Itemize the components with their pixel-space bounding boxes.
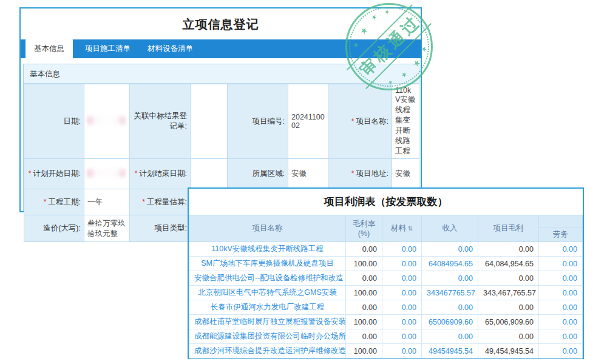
duration-label: *工程工期: xyxy=(24,189,84,215)
income-cell[interactable]: 64084954.65 xyxy=(422,257,478,271)
project-link[interactable]: 成都能源建设集团投资有限公司临时办公场所装修改 xyxy=(189,329,346,344)
labor-cell[interactable]: 0.00 xyxy=(539,271,583,286)
col-header-labor: 劳务 xyxy=(539,228,583,242)
labor-cell[interactable]: 0.00 xyxy=(539,329,583,344)
table-row: SM广场地下车库更换摄像机及硬盘项目 100.00 0.00 64084954.… xyxy=(189,257,583,271)
section-title: 基本信息 xyxy=(24,64,419,84)
project-link[interactable]: 安徽合肥供电公司--配电设备检修维护和改造 xyxy=(189,271,346,286)
labor-cell[interactable]: 0.00 xyxy=(539,242,583,257)
margin-cell: 0.00 xyxy=(346,300,382,315)
gross-cell: 65,006,909.60 xyxy=(478,315,539,329)
margin-cell: 0.00 xyxy=(346,242,382,257)
plan-end-value xyxy=(191,159,228,189)
project-link[interactable]: 成都杜甫草堂临时展厅独立展柜报警设备安装项目 xyxy=(189,315,346,329)
tab-basic-info[interactable]: 基本信息 xyxy=(25,38,73,59)
duration-value: 一年 xyxy=(84,189,130,215)
address-value: 安徽 xyxy=(392,159,419,189)
related-bid-label: 关联中标结果登记单: xyxy=(130,84,191,159)
registration-panel: 立项信息登记 基本信息 项目施工清单 材料设备清单 基本信息 日期: 关联中标结… xyxy=(19,7,422,212)
gross-cell: 64,084,954.65 xyxy=(478,257,539,271)
material-cell[interactable]: 0.00 xyxy=(382,300,422,315)
plan-start-label: *计划开始日期: xyxy=(24,159,84,189)
gross-cell: 0.00 xyxy=(478,271,539,286)
col-header-gross: 项目毛利 xyxy=(478,215,539,242)
region-value: 安徽 xyxy=(288,159,328,189)
material-cell[interactable]: 0.00 xyxy=(382,329,422,344)
material-cell[interactable]: 0.00 xyxy=(382,271,422,286)
col-header-margin: 毛利率 (%) xyxy=(346,215,382,242)
plan-end-label: *计划结束日期: xyxy=(130,159,191,189)
required-mark: * xyxy=(142,198,145,206)
project-name-label: *项目名称: xyxy=(328,84,392,159)
table-row: 成都杜甫草堂临时展厅独立展柜报警设备安装项目 100.00 0.00 65006… xyxy=(189,315,583,329)
income-cell[interactable]: 0.00 xyxy=(422,242,478,257)
required-mark: * xyxy=(29,169,32,178)
region-label: 所属区域: xyxy=(228,159,288,189)
sort-icon[interactable]: ⇅ xyxy=(408,225,413,232)
labor-cell[interactable]: 0.00 xyxy=(539,286,583,300)
labor-cell[interactable]: 0.00 xyxy=(539,257,583,271)
gross-cell: 0.00 xyxy=(478,242,539,257)
gross-cell: 343,467,765.57 xyxy=(478,286,539,300)
material-cell[interactable]: 0.00 xyxy=(382,344,422,359)
estimate-label: *工程量估算: xyxy=(130,189,191,215)
page: 立项信息登记 基本信息 项目施工清单 材料设备清单 基本信息 日期: 关联中标结… xyxy=(0,0,607,364)
project-name-value: 110kV安徽线程集变开断线路工程 xyxy=(392,84,419,159)
profit-table-title: 项目利润表（按发票取数） xyxy=(189,189,583,215)
project-link[interactable]: 110kV安徽线程集变开断线路工程 xyxy=(189,242,346,257)
project-type-label: 项目类型: xyxy=(130,215,191,242)
table-row: 安徽合肥供电公司--配电设备检修维护和改造 0.00 0.00 0.00 0.0… xyxy=(189,271,583,286)
project-link[interactable]: SM广场地下车库更换摄像机及硬盘项目 xyxy=(189,257,346,271)
col-header-project-name: 项目名称 xyxy=(189,215,346,242)
table-row: 长春市伊通河水力发电厂改建工程 0.00 0.00 0.00 0.00 0.00 xyxy=(189,300,583,315)
required-mark: * xyxy=(351,169,354,178)
margin-cell: 0.00 xyxy=(346,271,382,286)
table-row: 成都沙河环境综合提升改造运河护岸维修改造 100.00 0.00 4945494… xyxy=(189,344,583,359)
income-cell[interactable]: 0.00 xyxy=(422,329,478,344)
table-row: 北京朝阳区电气中芯特气系统之GMS安装 100.00 0.00 34346776… xyxy=(189,286,583,300)
gross-cell: 0.00 xyxy=(478,300,539,315)
income-cell[interactable]: 343467765.57 xyxy=(422,286,478,300)
tab-construction-list[interactable]: 项目施工清单 xyxy=(76,39,139,58)
gross-cell: 0.00 xyxy=(478,329,539,344)
margin-cell: 100.00 xyxy=(346,257,382,271)
related-bid-value xyxy=(191,84,228,159)
plan-start-value xyxy=(84,159,130,189)
material-cell[interactable]: 0.00 xyxy=(382,257,422,271)
col-header-material: 材料⇅ xyxy=(382,215,422,242)
col-header-income: 收入 xyxy=(422,215,478,242)
profit-table-panel: 项目利润表（按发票取数） 项目名称 毛利率 (%) 材料⇅ 收入 项目毛利 劳务 xyxy=(188,187,584,359)
required-mark: * xyxy=(351,117,354,126)
date-label: 日期: xyxy=(24,84,84,159)
redacted-plan-start xyxy=(87,169,125,177)
table-row: 110kV安徽线程集变开断线路工程 0.00 0.00 0.00 0.00 0.… xyxy=(189,242,583,257)
cost-words-value: 叁拾万零玖拾玖元整 xyxy=(84,215,130,242)
page-title: 立项信息登记 xyxy=(21,16,421,33)
required-mark: * xyxy=(135,169,138,178)
material-cell[interactable]: 0.00 xyxy=(382,315,422,329)
project-link[interactable]: 长春市伊通河水力发电厂改建工程 xyxy=(189,300,346,315)
income-cell[interactable]: 65006909.60 xyxy=(422,315,478,329)
labor-cell[interactable]: 0.00 xyxy=(539,300,583,315)
project-no-label: 项目编号: xyxy=(228,84,288,159)
material-cell[interactable]: 0.00 xyxy=(382,242,422,257)
col-header-group-spacer xyxy=(539,215,583,228)
income-cell[interactable]: 49454945.54 xyxy=(422,344,478,359)
margin-cell: 100.00 xyxy=(346,286,382,300)
tab-material-equipment-list[interactable]: 材料设备清单 xyxy=(139,39,202,58)
profit-table: 项目名称 毛利率 (%) 材料⇅ 收入 项目毛利 劳务 110kV安徽线程集变开… xyxy=(189,215,583,359)
income-cell[interactable]: 0.00 xyxy=(422,300,478,315)
tab-bar: 基本信息 项目施工清单 材料设备清单 xyxy=(21,39,421,58)
required-mark: * xyxy=(44,198,47,206)
date-value xyxy=(84,84,130,159)
address-label: *项目地址: xyxy=(328,159,392,189)
material-cell[interactable]: 0.00 xyxy=(382,286,422,300)
income-cell[interactable]: 0.00 xyxy=(422,271,478,286)
margin-cell: 100.00 xyxy=(346,344,382,359)
redacted-date xyxy=(87,116,125,124)
project-no-value: 2024110002 xyxy=(288,84,328,159)
labor-cell[interactable]: 0.00 xyxy=(539,315,583,329)
project-link[interactable]: 北京朝阳区电气中芯特气系统之GMS安装 xyxy=(189,286,346,300)
labor-cell[interactable]: 0.00 xyxy=(539,344,583,359)
project-link[interactable]: 成都沙河环境综合提升改造运河护岸维修改造 xyxy=(189,344,346,359)
